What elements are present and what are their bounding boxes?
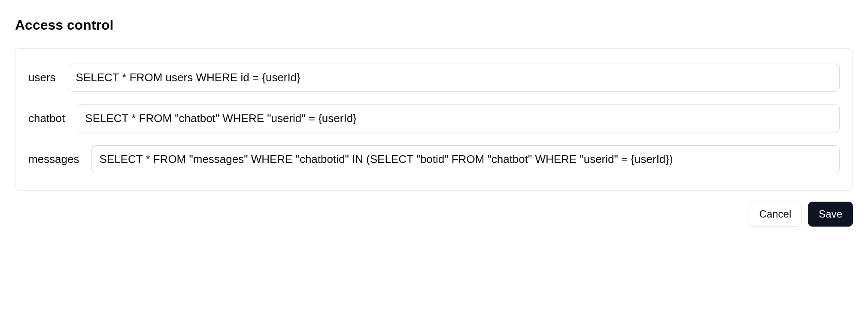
rule-input-chatbot[interactable] (77, 104, 840, 132)
rule-input-messages[interactable] (91, 145, 840, 173)
rule-row-chatbot: chatbot (28, 104, 840, 132)
rule-label-users: users (28, 71, 56, 84)
button-row: Cancel Save (15, 202, 853, 227)
access-control-panel: users chatbot messages (15, 48, 853, 191)
rule-input-users[interactable] (68, 64, 840, 92)
rule-label-chatbot: chatbot (28, 112, 65, 125)
rule-row-messages: messages (28, 145, 840, 173)
rule-label-messages: messages (28, 153, 79, 166)
cancel-button[interactable]: Cancel (749, 202, 802, 227)
rule-row-users: users (28, 64, 840, 92)
save-button[interactable]: Save (808, 202, 853, 227)
page-title: Access control (15, 17, 853, 33)
